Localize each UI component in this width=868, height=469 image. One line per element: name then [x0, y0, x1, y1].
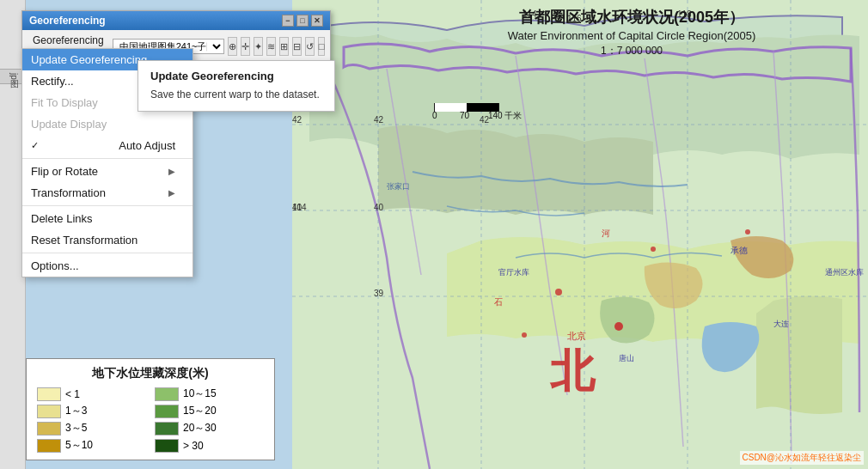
menu-item-delete-links[interactable]: Delete Links: [22, 208, 193, 229]
submenu-arrow-transformation: ▶: [168, 188, 175, 198]
menu-item-flip-or-rotate[interactable]: Flip or Rotate ▶: [22, 161, 193, 182]
menu-item-reset-transformation[interactable]: Reset Transformation: [22, 229, 193, 251]
add-control-point-button[interactable]: ⊕: [228, 37, 237, 56]
svg-point-14: [522, 332, 527, 338]
legend-label-3: 1～3: [65, 404, 87, 418]
svg-text:140 千米: 140 千米: [488, 111, 522, 120]
list-item: 3～5: [37, 421, 146, 436]
legend-label-8: > 30: [183, 440, 204, 452]
svg-text:42: 42: [292, 115, 303, 125]
svg-text:39: 39: [374, 289, 384, 298]
svg-text:张家口: 张家口: [387, 182, 410, 191]
legend-title: 地下水位埋藏深度(米): [37, 366, 264, 381]
legend-color-8: [155, 439, 179, 453]
watermark: CSDN@沁水如流年轻往返染尘: [740, 451, 865, 465]
legend-color-1: [37, 387, 61, 401]
list-item: 5～10: [37, 438, 146, 453]
svg-text:官厅水库: 官厅水库: [498, 268, 529, 277]
svg-point-12: [651, 247, 656, 252]
tooltip-popup: Update Georeferencing Save the current w…: [138, 60, 335, 112]
svg-text:北京: 北京: [567, 331, 586, 341]
map-title-main: 首都圈区域水环境状况(2005年）: [395, 7, 868, 27]
menu-separator-3: [22, 253, 193, 253]
menu-item-options[interactable]: Options...: [22, 255, 193, 277]
tooltip-title: Update Georeferencing: [150, 70, 322, 82]
list-item: 1～3: [37, 404, 146, 418]
menu-separator-2: [22, 205, 193, 206]
svg-point-13: [745, 229, 750, 234]
restore-button[interactable]: □: [296, 15, 309, 27]
svg-text:北: 北: [549, 346, 596, 396]
options-icon-button[interactable]: □: [318, 37, 326, 56]
svg-text:114: 114: [292, 203, 307, 212]
menu-separator-1: [22, 158, 193, 159]
list-item: > 30: [155, 438, 264, 453]
legend-color-4: [155, 405, 179, 418]
close-button[interactable]: ✕: [311, 15, 323, 27]
legend-label-2: 10～15: [183, 387, 217, 401]
menu-item-update-display: Update Display: [22, 113, 193, 135]
svg-text:0: 0: [432, 111, 437, 120]
legend-color-3: [37, 405, 61, 418]
tooltip-text: Save the current warp to the dataset.: [150, 88, 322, 102]
zoom-out-button[interactable]: ⊟: [292, 37, 302, 56]
minimize-button[interactable]: −: [282, 15, 294, 27]
svg-text:石: 石: [494, 297, 503, 307]
zoom-in-button[interactable]: ⊞: [279, 37, 289, 56]
legend-label-6: 20～30: [183, 421, 217, 436]
titlebar-buttons: − □ ✕: [282, 15, 323, 27]
legend-label-4: 15～20: [183, 404, 217, 418]
svg-text:40: 40: [374, 203, 384, 212]
svg-point-10: [614, 322, 623, 331]
svg-text:70: 70: [460, 111, 470, 120]
map-scale: 1：7 000 000: [395, 44, 868, 58]
svg-text:承德: 承德: [730, 246, 748, 255]
list-item: 20～30: [155, 421, 264, 436]
svg-text:大连: 大连: [773, 320, 789, 328]
legend-label-7: 5～10: [65, 438, 93, 453]
legend-color-6: [155, 422, 179, 436]
left-panel-tab[interactable]: 图jp: [0, 69, 22, 84]
map-title-area: 首都圈区域水环境状况(2005年） Water Environment of C…: [395, 7, 868, 58]
list-item: 10～15: [155, 387, 264, 401]
legend-color-5: [37, 422, 61, 436]
legend-color-7: [37, 439, 61, 453]
legend-label-1: < 1: [65, 388, 80, 400]
legend-grid: < 1 10～15 1～3 15～20 3～5 20～30 5～10 > 30: [37, 387, 264, 453]
link-table-button[interactable]: ≋: [266, 37, 276, 56]
submenu-arrow-flip: ▶: [168, 167, 175, 176]
list-item: < 1: [37, 387, 146, 401]
svg-text:河: 河: [602, 228, 610, 238]
move-layer-button[interactable]: ✦: [254, 37, 263, 56]
move-point-button[interactable]: ✛: [241, 37, 250, 56]
legend-box: 地下水位埋藏深度(米) < 1 10～15 1～3 15～20 3～5 20～3…: [26, 358, 275, 460]
georef-titlebar: Georeferencing − □ ✕: [22, 11, 330, 30]
svg-text:42: 42: [374, 115, 384, 125]
menu-item-transformation[interactable]: Transformation ▶: [22, 182, 193, 204]
menu-item-auto-adjust[interactable]: Auto Adjust: [22, 135, 193, 156]
legend-label-5: 3～5: [65, 421, 87, 436]
legend-color-2: [155, 387, 179, 401]
svg-text:通州区水库: 通州区水库: [825, 268, 864, 277]
rotate-button[interactable]: ↺: [305, 37, 315, 56]
list-item: 15～20: [155, 404, 264, 418]
svg-text:唐山: 唐山: [619, 354, 634, 362]
georef-window-title: Georeferencing: [29, 15, 106, 27]
map-title-sub: Water Environment of Capital Circle Regi…: [395, 29, 868, 42]
svg-point-11: [555, 289, 562, 295]
